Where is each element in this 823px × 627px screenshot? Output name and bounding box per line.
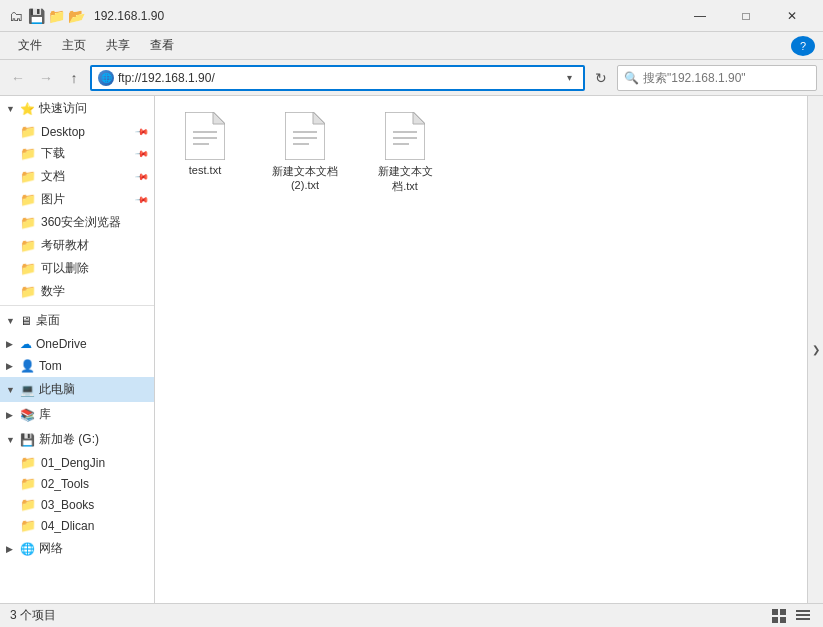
svg-marker-1 xyxy=(213,112,225,124)
menu-item-share[interactable]: 共享 xyxy=(96,33,140,58)
folder-open-icon[interactable]: 📂 xyxy=(68,8,84,24)
sidebar-item-tools[interactable]: 📁 02_Tools xyxy=(0,473,154,494)
menu-item-file[interactable]: 文件 xyxy=(8,33,52,58)
expand-icon-desktop: ▼ xyxy=(6,316,16,326)
sidebar-item-desktop[interactable]: 📁 Desktop 📌 xyxy=(0,121,154,142)
minimize-button[interactable]: — xyxy=(677,0,723,32)
svg-rect-18 xyxy=(780,617,786,623)
title-text: 192.168.1.90 xyxy=(94,9,164,23)
address-bar[interactable]: 🌐 ▾ xyxy=(90,65,585,91)
math-label: 数学 xyxy=(41,283,65,300)
file-icon-newtxt2 xyxy=(285,112,325,160)
toolbar: ← → ↑ 🌐 ▾ ↻ 🔍 xyxy=(0,60,823,96)
svg-marker-11 xyxy=(413,112,425,124)
math-folder-icon: 📁 xyxy=(20,284,36,299)
search-input[interactable] xyxy=(643,71,810,85)
this-pc-label: 此电脑 xyxy=(39,381,75,398)
folder-up-icon[interactable]: 📁 xyxy=(48,8,64,24)
books-folder-icon: 📁 xyxy=(20,497,36,512)
svg-marker-6 xyxy=(313,112,325,124)
back-button[interactable]: ← xyxy=(6,66,30,90)
menu-item-view[interactable]: 查看 xyxy=(140,33,184,58)
expand-icon-thispc: ▼ xyxy=(6,385,16,395)
sidebar-item-newvolume[interactable]: ▼ 💾 新加卷 (G:) xyxy=(0,427,154,452)
desktop-label: Desktop xyxy=(41,125,85,139)
pin-icon: 📌 xyxy=(135,124,150,139)
save-icon[interactable]: 💾 xyxy=(28,8,44,24)
address-dropdown-button[interactable]: ▾ xyxy=(561,70,577,86)
file-item-newtxt2[interactable]: 新建文本文档 (2).txt xyxy=(265,106,345,200)
search-bar[interactable]: 🔍 xyxy=(617,65,817,91)
tom-label: Tom xyxy=(39,359,62,373)
deletable-label: 可以删除 xyxy=(41,260,89,277)
main-layout: ▼ ⭐ 快速访问 📁 Desktop 📌 📁 下载 📌 📁 文档 📌 📁 图片 … xyxy=(0,96,823,603)
file-icon-testtxt xyxy=(185,112,225,160)
svg-rect-19 xyxy=(796,610,810,612)
library-label: 库 xyxy=(39,406,51,423)
sidebar-item-dlican[interactable]: 📁 04_Dlican xyxy=(0,515,154,536)
pin-icon-documents: 📌 xyxy=(135,169,150,184)
svg-rect-21 xyxy=(796,618,810,620)
documents-folder-icon: 📁 xyxy=(20,169,36,184)
sidebar-item-dengjin[interactable]: 📁 01_DengJin xyxy=(0,452,154,473)
svg-rect-17 xyxy=(772,617,778,623)
menu-item-home[interactable]: 主页 xyxy=(52,33,96,58)
file-name-newtxt2: 新建文本文档 (2).txt xyxy=(271,164,339,191)
file-item-testtxt[interactable]: test.txt xyxy=(165,106,245,200)
tools-label: 02_Tools xyxy=(41,477,89,491)
browser-folder-icon: 📁 xyxy=(20,215,36,230)
up-button[interactable]: ↑ xyxy=(62,66,86,90)
file-icon-newtxt xyxy=(385,112,425,160)
sidebar-item-library[interactable]: ▶ 📚 库 xyxy=(0,402,154,427)
right-panel-toggle[interactable]: ❯ xyxy=(807,96,823,603)
address-input[interactable] xyxy=(118,71,557,85)
sidebar-item-onedrive[interactable]: ▶ ☁ OneDrive xyxy=(0,333,154,355)
sidebar-item-360[interactable]: 📁 360安全浏览器 xyxy=(0,211,154,234)
title-bar-left: 🗂 💾 📁 📂 192.168.1.90 xyxy=(8,8,677,24)
sidebar-item-tom[interactable]: ▶ 👤 Tom xyxy=(0,355,154,377)
expand-icon: ▼ xyxy=(6,104,16,114)
sidebar-item-kaoyan[interactable]: 📁 考研教材 xyxy=(0,234,154,257)
expand-icon-onedrive: ▶ xyxy=(6,339,16,349)
sidebar-item-documents[interactable]: 📁 文档 📌 xyxy=(0,165,154,188)
sidebar-item-math[interactable]: 📁 数学 xyxy=(0,280,154,303)
close-button[interactable]: ✕ xyxy=(769,0,815,32)
status-bar: 3 个项目 xyxy=(0,603,823,627)
list-view-button[interactable] xyxy=(793,606,813,626)
sidebar-item-this-pc[interactable]: ▼ 💻 此电脑 xyxy=(0,377,154,402)
sidebar-item-deletable[interactable]: 📁 可以删除 xyxy=(0,257,154,280)
svg-rect-15 xyxy=(772,609,778,615)
file-name-newtxt: 新建文本文档.txt xyxy=(371,164,439,194)
desktop-section-label: 桌面 xyxy=(36,312,60,329)
title-bar: 🗂 💾 📁 📂 192.168.1.90 — □ ✕ xyxy=(0,0,823,32)
pictures-folder-icon: 📁 xyxy=(20,192,36,207)
pictures-label: 图片 xyxy=(41,191,65,208)
sidebar-item-desktop-section[interactable]: ▼ 🖥 桌面 xyxy=(0,308,154,333)
status-count: 3 个项目 xyxy=(10,607,56,624)
help-button[interactable]: ? xyxy=(791,36,815,56)
file-name-testtxt: test.txt xyxy=(189,164,221,176)
expand-icon-newvolume: ▼ xyxy=(6,435,16,445)
file-item-newtxt[interactable]: 新建文本文档.txt xyxy=(365,106,445,200)
sidebar-item-books[interactable]: 📁 03_Books xyxy=(0,494,154,515)
download-label: 下载 xyxy=(41,145,65,162)
dlican-label: 04_Dlican xyxy=(41,519,94,533)
refresh-button[interactable]: ↻ xyxy=(589,66,613,90)
onedrive-label: OneDrive xyxy=(36,337,87,351)
books-label: 03_Books xyxy=(41,498,94,512)
grid-view-button[interactable] xyxy=(769,606,789,626)
sidebar-item-pictures[interactable]: 📁 图片 📌 xyxy=(0,188,154,211)
dengjin-label: 01_DengJin xyxy=(41,456,105,470)
forward-button[interactable]: → xyxy=(34,66,58,90)
sidebar: ▼ ⭐ 快速访问 📁 Desktop 📌 📁 下载 📌 📁 文档 📌 📁 图片 … xyxy=(0,96,155,603)
dlican-folder-icon: 📁 xyxy=(20,518,36,533)
dengjin-folder-icon: 📁 xyxy=(20,455,36,470)
maximize-button[interactable]: □ xyxy=(723,0,769,32)
sidebar-section-quick-access[interactable]: ▼ ⭐ 快速访问 xyxy=(0,96,154,121)
menu-bar: 文件 主页 共享 查看 ? xyxy=(0,32,823,60)
tools-folder-icon: 📁 xyxy=(20,476,36,491)
ftp-globe-icon: 🌐 xyxy=(98,70,114,86)
deletable-folder-icon: 📁 xyxy=(20,261,36,276)
sidebar-item-network[interactable]: ▶ 🌐 网络 xyxy=(0,536,154,561)
sidebar-item-download[interactable]: 📁 下载 📌 xyxy=(0,142,154,165)
